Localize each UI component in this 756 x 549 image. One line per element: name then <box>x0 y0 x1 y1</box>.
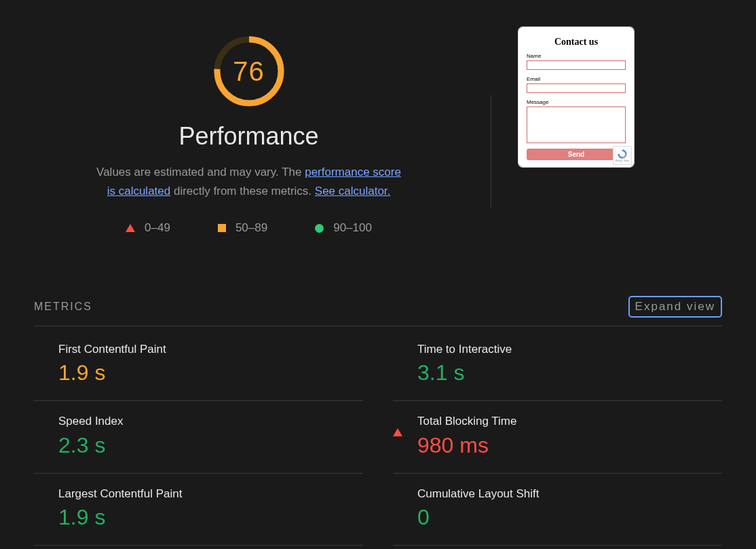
see-calculator-link[interactable]: See calculator. <box>315 185 391 197</box>
metric-name: Largest Contentful Paint <box>58 487 363 501</box>
metric-row: Time to Interactive3.1 s <box>393 329 722 401</box>
preview-send-button: Send <box>527 149 626 160</box>
legend-orange: 50–89 <box>218 221 267 235</box>
expand-view-button[interactable]: Expand view <box>628 296 722 318</box>
performance-description: Values are estimated and may vary. The p… <box>93 163 405 201</box>
metric-value: 0 <box>417 505 722 530</box>
metric-name: Total Blocking Time <box>417 415 722 428</box>
performance-title: Performance <box>178 122 318 151</box>
preview-name-label: Name <box>527 53 626 59</box>
metric-value: 3.1 s <box>417 360 722 385</box>
preview-title: Contact us <box>527 37 626 48</box>
preview-email-label: Email <box>527 76 626 82</box>
preview-email-input <box>527 83 626 93</box>
preview-name-input <box>527 60 626 70</box>
metric-value: 2.3 s <box>58 433 363 458</box>
triangle-icon <box>393 417 402 436</box>
metric-name: First Contentful Paint <box>58 343 363 356</box>
metric-name: Cumulative Layout Shift <box>417 487 722 501</box>
performance-gauge: 76 <box>212 34 286 109</box>
metric-value: 980 ms <box>417 433 722 458</box>
triangle-icon <box>126 224 135 232</box>
score-legend: 0–49 50–89 90–100 <box>126 221 372 235</box>
metric-name: Speed Index <box>58 415 363 428</box>
metric-value: 1.9 s <box>58 360 363 385</box>
metric-row: Largest Contentful Paint1.9 s <box>34 474 363 546</box>
performance-score: 76 <box>212 34 286 109</box>
metric-row: Speed Index2.3 s <box>34 401 363 474</box>
metric-row: Total Blocking Time980 ms <box>393 401 722 474</box>
preview-message-label: Message <box>527 99 626 105</box>
recaptcha-badge: Privacy - Terms <box>613 146 632 165</box>
metric-row: First Contentful Paint1.9 s <box>34 329 363 401</box>
page-screenshot-preview: Contact us Name Email Message Send Priva… <box>518 27 634 167</box>
square-icon <box>218 224 226 232</box>
legend-green: 90–100 <box>315 221 372 235</box>
preview-message-input <box>527 107 626 143</box>
metrics-heading: METRICS <box>34 301 92 313</box>
metric-value: 1.9 s <box>58 505 363 530</box>
legend-red: 0–49 <box>126 221 170 235</box>
circle-icon <box>315 224 324 233</box>
metric-name: Time to Interactive <box>417 343 722 356</box>
recaptcha-icon <box>617 149 628 159</box>
vertical-divider <box>491 95 491 208</box>
metric-row: Cumulative Layout Shift0 <box>393 474 722 546</box>
